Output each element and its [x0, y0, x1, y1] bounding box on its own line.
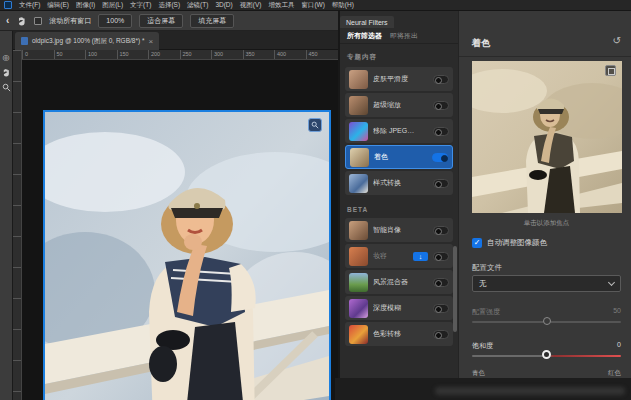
fill-screen-button[interactable]: 填充屏幕 — [190, 14, 234, 28]
filter-item-smart-portrait[interactable]: 智能肖像 — [345, 218, 453, 242]
neural-filters-workspace: Neural Filters 所有筛选器 即将推出 专题内容 皮肤平滑度 超级缩… — [338, 11, 631, 378]
ruler-tick: 100 — [85, 50, 117, 59]
tab-close-icon[interactable]: × — [148, 37, 153, 46]
tool-options-bar: ‹ 滚动所有窗口 100% 适合屏幕 填充屏幕 — [0, 11, 338, 31]
filter-toggle[interactable] — [433, 330, 449, 339]
fit-screen-button[interactable]: 适合屏幕 — [139, 14, 183, 28]
neural-filters-toolstrip: ◎ — [0, 31, 13, 400]
filter-label: 超级缩放 — [373, 100, 428, 110]
filter-item-landscape-mixer[interactable]: 风景混合器 — [345, 270, 453, 294]
menu-layer[interactable]: 图层(L) — [102, 0, 123, 10]
panel-title: Neural Filters — [340, 16, 394, 28]
menu-file[interactable]: 文件(F) — [19, 0, 40, 10]
download-filter-button[interactable]: ↓ — [413, 252, 428, 261]
filter-thumbnail — [349, 174, 368, 193]
scroll-all-windows-checkbox[interactable] — [34, 17, 42, 25]
ruler-tick: 300 — [211, 50, 243, 59]
filter-label: 色彩转移 — [373, 329, 428, 339]
file-icon — [21, 37, 28, 45]
auto-color-checkbox[interactable]: ✓ — [472, 238, 482, 248]
filter-toggle[interactable] — [433, 127, 449, 136]
tab-all-filters[interactable]: 所有筛选器 — [347, 31, 382, 41]
zoom-100-button[interactable]: 100% — [98, 14, 132, 28]
filter-thumbnail — [349, 221, 368, 240]
filter-toggle[interactable] — [433, 75, 449, 84]
filter-toggle-on[interactable] — [432, 153, 448, 162]
saturation-label: 饱和度 — [472, 341, 493, 351]
profile-strength-handle[interactable] — [543, 317, 551, 325]
menu-window[interactable]: 窗口(W) — [301, 0, 324, 10]
filter-thumbnail — [349, 122, 368, 141]
menu-view[interactable]: 视图(V) — [240, 0, 262, 10]
filter-toggle[interactable] — [433, 101, 449, 110]
reset-icon[interactable]: ↺ — [613, 35, 621, 46]
ruler-tick: 150 — [117, 50, 149, 59]
profile-strength-label: 配置强度 — [472, 307, 500, 317]
filter-toggle[interactable] — [433, 252, 449, 261]
preview-expand-icon[interactable] — [605, 65, 616, 76]
ruler-tick: 0 — [22, 50, 54, 59]
menu-plugins[interactable]: 增效工具 — [268, 0, 294, 10]
ruler-tick: 350 — [243, 50, 275, 59]
filter-thumbnail — [349, 96, 368, 115]
filter-thumbnail — [349, 247, 368, 266]
tab-coming-soon[interactable]: 即将推出 — [390, 31, 418, 41]
auto-color-row[interactable]: ✓ 自动调整图像颜色 — [472, 238, 547, 248]
chevron-down-icon — [608, 278, 615, 285]
menu-filter[interactable]: 滤镜(T) — [187, 0, 208, 10]
horizontal-ruler: 0 50 100 150 200 250 300 350 400 450 — [22, 50, 338, 60]
filter-thumbnail — [349, 70, 368, 89]
document-image-colorized[interactable] — [43, 110, 331, 400]
preview-magnifier-badge-icon[interactable] — [308, 118, 322, 132]
ruler-tick: 50 — [54, 50, 86, 59]
back-chevron[interactable]: ‹ — [6, 12, 9, 30]
menu-image[interactable]: 图像(I) — [76, 0, 95, 10]
filter-item-depth-blur[interactable]: 深度模糊 — [345, 296, 453, 320]
section-beta: BETA — [340, 197, 458, 216]
filter-item-super-zoom[interactable]: 超级缩放 — [345, 93, 453, 117]
filter-label: 妆容 — [373, 251, 408, 261]
photoshop-logo-icon — [4, 1, 12, 9]
filter-preview-image[interactable] — [472, 61, 622, 213]
filter-item-skin-smoothing[interactable]: 皮肤平滑度 — [345, 67, 453, 91]
sepia-preview-rendering — [472, 61, 622, 213]
filter-toggle[interactable] — [433, 304, 449, 313]
auto-color-label: 自动调整图像颜色 — [487, 238, 547, 248]
canvas[interactable] — [22, 60, 338, 400]
filter-label: 移除 JPEG… — [373, 126, 428, 136]
filter-toggle[interactable] — [433, 278, 449, 287]
filter-settings-panel: 着色 ↺ — [458, 11, 631, 378]
saturation-value: 0 — [617, 341, 621, 351]
ruler-tick: 400 — [274, 50, 306, 59]
settings-title: 着色 — [472, 37, 490, 50]
filter-thumbnail — [349, 325, 368, 344]
menu-3d[interactable]: 3D(D) — [215, 0, 232, 10]
zoom-tool-icon[interactable] — [2, 83, 11, 92]
saturation-handle[interactable] — [542, 350, 551, 359]
hand-tool-strip-icon[interactable] — [2, 68, 11, 77]
filter-toggle[interactable] — [433, 226, 449, 235]
filter-label: 智能肖像 — [373, 225, 428, 235]
filter-list-panel: Neural Filters 所有筛选器 即将推出 专题内容 皮肤平滑度 超级缩… — [340, 11, 458, 378]
ruler-tick: 200 — [148, 50, 180, 59]
menu-select[interactable]: 选择(S) — [158, 0, 180, 10]
hand-tool-icon[interactable] — [16, 15, 27, 26]
menu-help[interactable]: 帮助(H) — [332, 0, 354, 10]
filter-toggle[interactable] — [433, 179, 449, 188]
filter-label: 深度模糊 — [373, 303, 428, 313]
filter-list-scrollbar[interactable] — [453, 246, 457, 332]
document-tab-bar: oldpic3.jpg @ 100% (图层 0, RGB/8*) * × — [13, 31, 338, 50]
filter-item-jpeg-artifacts[interactable]: 移除 JPEG… — [345, 119, 453, 143]
filter-label: 样式转换 — [373, 178, 428, 188]
filter-item-style-transfer[interactable]: 样式转换 — [345, 171, 453, 195]
menu-edit[interactable]: 编辑(E) — [47, 0, 69, 10]
focal-point-tool-icon[interactable]: ◎ — [2, 53, 11, 62]
ruler-tick: 250 — [180, 50, 212, 59]
filter-item-colorize[interactable]: 着色 — [345, 145, 453, 169]
filter-item-color-transfer[interactable]: 色彩转移 — [345, 322, 453, 346]
profile-dropdown[interactable]: 无 — [472, 275, 621, 292]
filter-item-makeup-transfer[interactable]: 妆容 ↓ — [345, 244, 453, 268]
document-tab[interactable]: oldpic3.jpg @ 100% (图层 0, RGB/8*) * × — [15, 32, 159, 50]
cyan-label: 青色 — [472, 369, 485, 378]
menu-type[interactable]: 文字(T) — [130, 0, 151, 10]
